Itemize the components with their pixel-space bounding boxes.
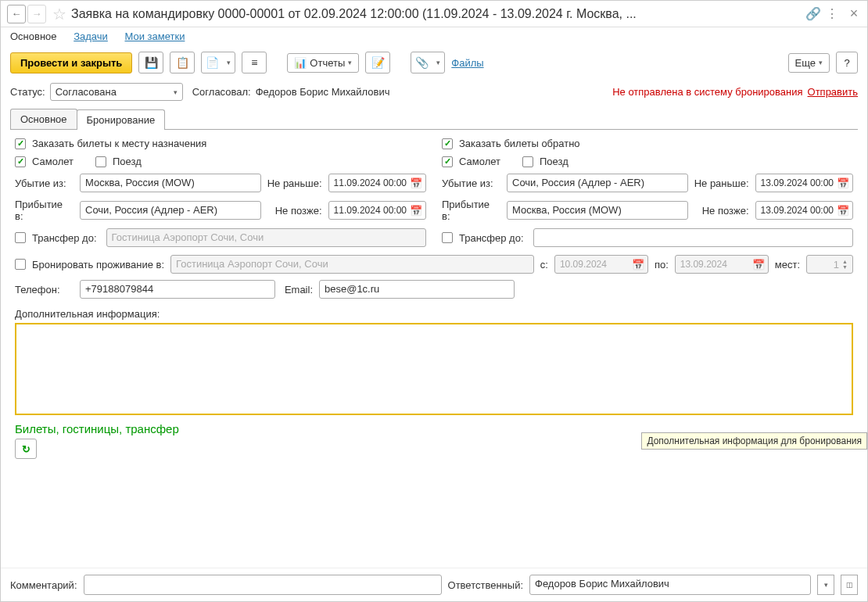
addinfo-textarea[interactable] (15, 323, 853, 415)
notes-icon-button[interactable]: 📝 (365, 52, 390, 73)
status-select[interactable]: Согласована▾ (50, 83, 183, 101)
files-link[interactable]: Файлы (451, 57, 483, 69)
accom-from-date: 10.09.2024📅 (554, 255, 648, 274)
reports-button[interactable]: 📊 Отчеты ▾ (287, 53, 359, 73)
addinfo-label: Дополнительная информация: (15, 308, 853, 320)
window-title: Заявка на командировку 0000-00001 от 02.… (71, 7, 802, 21)
ret-train-checkbox[interactable] (522, 156, 533, 167)
ret-depart-input[interactable]: Сочи, Россия (Адлер - AER) (507, 174, 688, 192)
ret-plane-checkbox[interactable] (442, 156, 453, 167)
favorite-star-icon[interactable]: ☆ (52, 5, 66, 23)
accom-to-date: 13.09.2024📅 (675, 255, 769, 274)
post-button[interactable]: 📋 (170, 52, 195, 73)
back-button[interactable]: ← (7, 5, 26, 23)
comment-label: Комментарий: (10, 579, 77, 591)
ret-transfer-checkbox[interactable] (442, 232, 453, 243)
out-transfer-input: Гостиница Аэропорт Сочи, Сочи (106, 228, 426, 247)
refresh-button[interactable]: ↻ (15, 439, 37, 459)
phone-input[interactable]: +79188079844 (80, 280, 275, 299)
ret-order-tickets-checkbox[interactable] (442, 138, 453, 149)
help-button[interactable]: ? (836, 52, 858, 73)
ret-max-date[interactable]: 13.09.2024 00:00📅 (755, 201, 853, 220)
ret-arrive-input[interactable]: Москва, Россия (MOW) (507, 201, 688, 220)
tab-main[interactable]: Основное (10, 109, 77, 129)
kebab-menu-icon[interactable]: ⋮ (825, 7, 839, 21)
nav-main[interactable]: Основное (10, 30, 57, 42)
comment-input[interactable] (84, 575, 442, 595)
calendar-icon: 📅 (752, 259, 765, 271)
tab-booking[interactable]: Бронирование (77, 109, 166, 130)
accom-places: 1 ▲▼ (806, 255, 853, 274)
not-sent-warning: Не отправлена в систему бронирования (612, 86, 802, 98)
out-transfer-checkbox[interactable] (15, 232, 26, 243)
approved-by-label: Согласовал: (192, 86, 251, 98)
status-label: Статус: (10, 86, 45, 98)
out-arrive-input[interactable]: Сочи, Россия (Адлер - AER) (80, 201, 261, 220)
ret-min-date[interactable]: 13.09.2024 00:00📅 (755, 174, 853, 192)
responsible-input[interactable]: Федоров Борис Михайлович (529, 575, 811, 595)
out-min-date[interactable]: 11.09.2024 00:00📅 (328, 174, 426, 192)
out-max-date[interactable]: 11.09.2024 00:00📅 (328, 201, 426, 220)
responsible-dropdown[interactable]: ▾ (817, 575, 834, 595)
link-icon[interactable]: 🔗 (806, 7, 820, 21)
out-train-checkbox[interactable] (95, 156, 106, 167)
accom-checkbox[interactable] (15, 259, 26, 270)
more-button[interactable]: Еще ▾ (788, 53, 830, 73)
close-icon[interactable]: × (847, 7, 861, 21)
out-depart-input[interactable]: Москва, Россия (MOW) (80, 174, 261, 192)
approved-by-value: Федоров Борис Михайлович (256, 86, 390, 98)
accom-input: Гостиница Аэропорт Сочи, Сочи (170, 255, 534, 274)
responsible-label: Ответственный: (448, 579, 523, 591)
nav-notes[interactable]: Мои заметки (124, 30, 185, 42)
save-button[interactable]: 💾 (138, 52, 163, 73)
calendar-icon[interactable]: 📅 (410, 205, 422, 217)
out-order-tickets-checkbox[interactable] (15, 138, 26, 149)
calendar-icon[interactable]: 📅 (837, 205, 849, 217)
forward-button[interactable]: → (27, 5, 46, 23)
calendar-icon[interactable]: 📅 (837, 177, 849, 189)
out-plane-checkbox[interactable] (15, 156, 26, 167)
responsible-open[interactable]: ◫ (841, 575, 858, 595)
post-and-close-button[interactable]: Провести и закрыть (10, 52, 132, 73)
nav-tasks[interactable]: Задачи (74, 30, 108, 42)
create-based-on-button[interactable]: 📄▾ (201, 52, 235, 73)
calendar-icon[interactable]: 📅 (410, 177, 422, 189)
tooltip: Дополнительная информация для бронирован… (641, 432, 867, 450)
list-button[interactable]: ≡ (242, 52, 267, 73)
email-input[interactable]: bese@1c.ru (319, 280, 515, 299)
attach-button[interactable]: 📎▾ (411, 52, 445, 73)
ret-transfer-input[interactable] (533, 228, 853, 247)
calendar-icon: 📅 (632, 259, 644, 271)
send-link[interactable]: Отправить (808, 86, 858, 98)
